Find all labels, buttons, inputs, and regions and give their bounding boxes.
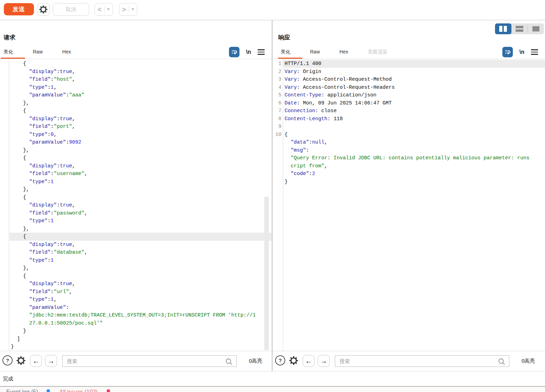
code-line: "type":1: [11, 256, 256, 264]
line-number: 5: [273, 91, 281, 99]
code-line: },: [11, 99, 256, 107]
dropdown-caret-icon[interactable]: [107, 8, 110, 10]
code-line: "code":2: [285, 170, 530, 178]
search-prev-button[interactable]: ←: [303, 355, 315, 367]
code-line: "paramValue":"aaa": [11, 91, 256, 99]
code-line: "type":1: [11, 217, 256, 225]
tab-hex[interactable]: Hex: [337, 46, 360, 59]
line-number: 7: [273, 107, 281, 115]
code-line: "display":true,: [11, 115, 256, 123]
code-line: [285, 123, 530, 131]
line-number: [273, 154, 281, 162]
send-button[interactable]: 发送: [4, 3, 34, 15]
all-issues-dot: [107, 389, 110, 392]
line-number: [273, 162, 281, 170]
line-number: 2: [273, 68, 281, 76]
code-line: "field":"port",: [11, 123, 256, 131]
response-editor[interactable]: 12345678910 HTTP/1.1 400Vary: OriginVary…: [273, 59, 545, 351]
search-next-button[interactable]: →: [45, 355, 57, 367]
layout-single-button[interactable]: [528, 23, 544, 34]
code-line: "Query Error: Invalid JDBC URL: contains…: [285, 154, 530, 162]
search-next-button[interactable]: →: [318, 355, 330, 367]
code-line: Content-Length: 118: [285, 115, 530, 123]
request-searchbar: ? ← → 0高亮: [0, 351, 272, 371]
cancel-button[interactable]: 取消: [53, 3, 89, 16]
code-line: "display":true,: [11, 162, 256, 170]
search-prev-button[interactable]: ←: [30, 355, 42, 367]
status-bar: 完成: [0, 371, 545, 387]
newline-toggle-icon[interactable]: \n: [246, 49, 251, 55]
code-line: "display":true,: [11, 68, 256, 76]
response-tabs: 美化RawHex页面渲染: [278, 46, 404, 59]
search-settings-icon[interactable]: [16, 355, 26, 366]
code-line: {: [11, 154, 256, 162]
next-request-button[interactable]: >: [119, 3, 137, 16]
prev-request-button[interactable]: <: [94, 3, 113, 16]
code-line: "msg":: [285, 146, 530, 154]
line-number: [273, 170, 281, 178]
line-number: 3: [273, 75, 281, 84]
line-number: 1: [273, 60, 281, 68]
dropdown-caret-icon[interactable]: [131, 8, 134, 10]
tab-hex[interactable]: Hex: [59, 46, 83, 59]
code-line: },: [11, 146, 256, 154]
code-line: "field":"url",: [11, 288, 256, 296]
code-line: },: [11, 264, 256, 272]
code-line: },: [11, 225, 256, 233]
line-number: 6: [273, 99, 281, 107]
tab-render[interactable]: 页面渲染: [365, 46, 399, 59]
code-line: {: [11, 194, 256, 202]
newline-toggle-icon[interactable]: \n: [519, 49, 524, 55]
search-settings-icon[interactable]: [288, 355, 299, 366]
all-issues-label[interactable]: All issues (102): [59, 389, 98, 392]
highlight-count: 0高亮: [249, 358, 262, 364]
editor-menu-icon[interactable]: [531, 49, 538, 55]
search-help-icon[interactable]: ?: [2, 355, 13, 365]
code-line: Connection: close: [285, 107, 530, 115]
code-line: "field":"password",: [11, 209, 256, 217]
gear-icon: [39, 5, 48, 14]
request-editor-scrollbar[interactable]: [264, 197, 269, 350]
wrap-lines-icon[interactable]: [229, 47, 239, 57]
search-help-icon[interactable]: ?: [275, 355, 285, 365]
send-settings-button[interactable]: [37, 3, 50, 16]
tab-raw[interactable]: Raw: [30, 46, 55, 59]
code-line: {: [11, 272, 256, 280]
request-panel: 请求 美化RawHex \n { "display":true, "field"…: [0, 20, 272, 371]
code-line: "type":0,: [11, 131, 256, 139]
next-icon: >: [122, 6, 126, 13]
code-line: "type":1,: [11, 84, 256, 92]
request-editor[interactable]: { "display":true, "field":"host", "type"…: [0, 59, 272, 351]
tab-pretty[interactable]: 美化: [1, 46, 25, 59]
response-searchbar: ? ← → 0高亮: [273, 351, 545, 371]
layout-rows-button[interactable]: [511, 23, 528, 34]
line-number: 9: [273, 123, 281, 131]
code-line: }: [11, 343, 256, 351]
code-line: "field":"username",: [11, 170, 256, 178]
layout-columns-button[interactable]: [495, 23, 511, 34]
line-number: [273, 146, 281, 154]
layout-toggle: [495, 23, 544, 34]
toolbar: 发送 取消 < >: [0, 0, 545, 20]
line-number: [273, 138, 281, 146]
search-icon: [498, 358, 505, 367]
code-line: "display":true,: [11, 201, 256, 209]
tab-raw[interactable]: Raw: [307, 46, 332, 59]
search-input[interactable]: [62, 355, 237, 367]
code-line: "type":1,: [11, 296, 256, 304]
request-tabs: 美化RawHex: [1, 46, 88, 59]
wrap-lines-icon[interactable]: [502, 47, 513, 57]
bottom-bar: Event log (5) All issues (102): [0, 387, 545, 392]
code-line: HTTP/1.1 400: [285, 60, 530, 68]
tab-pretty[interactable]: 美化: [278, 46, 302, 59]
editor-menu-icon[interactable]: [258, 49, 265, 55]
code-line: "display":true,: [11, 241, 256, 249]
response-panel: 响应 美化RawHex页面渲染 \n 12345678910 HTTP/1.1 …: [273, 20, 545, 371]
code-line: 27.0.0.1:50025/poc.sql'": [11, 319, 256, 327]
event-log-label[interactable]: Event log (5): [6, 389, 38, 392]
search-input[interactable]: [335, 355, 509, 367]
code-line: "display":true,: [11, 280, 256, 288]
code-line: }: [285, 178, 530, 186]
code-line: {: [11, 60, 256, 68]
code-line: }: [11, 327, 256, 335]
